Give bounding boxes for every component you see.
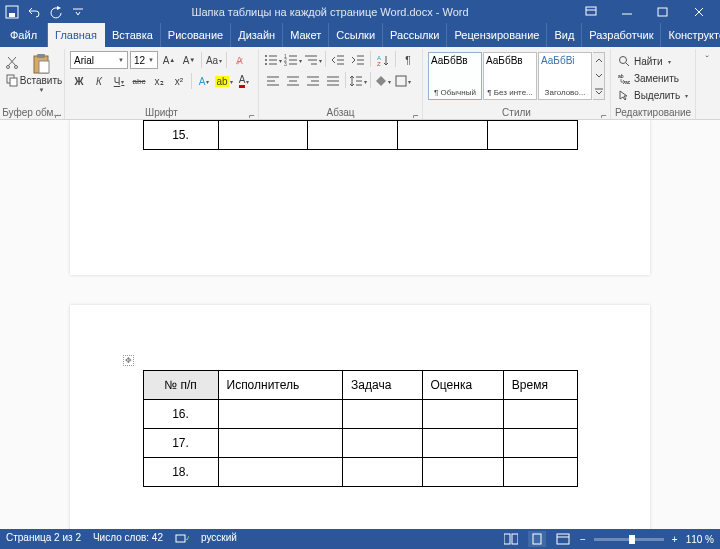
redo-icon[interactable] bbox=[48, 4, 64, 20]
highlight-icon[interactable]: ab▾ bbox=[215, 72, 233, 90]
increase-indent-icon[interactable] bbox=[349, 51, 367, 69]
style-heading1[interactable]: АаБбВі Заголово... bbox=[538, 52, 592, 100]
web-layout-icon[interactable] bbox=[554, 531, 572, 547]
underline-button[interactable]: Ч▾ bbox=[110, 72, 128, 90]
read-mode-icon[interactable] bbox=[502, 531, 520, 547]
copy-icon[interactable] bbox=[5, 73, 21, 89]
cut-icon[interactable] bbox=[5, 55, 21, 71]
table-row[interactable]: 18. bbox=[143, 458, 577, 487]
paste-button[interactable]: Вставить ▼ bbox=[23, 51, 59, 95]
svg-rect-12 bbox=[39, 61, 49, 73]
italic-button[interactable]: К bbox=[90, 72, 108, 90]
svg-point-13 bbox=[265, 55, 267, 57]
svg-rect-57 bbox=[176, 535, 185, 542]
table-header-row[interactable]: № п/п Исполнитель Задача Оценка Время bbox=[143, 371, 577, 400]
svg-rect-11 bbox=[37, 54, 45, 58]
align-center-icon[interactable] bbox=[284, 72, 302, 90]
language-indicator[interactable]: русский bbox=[201, 532, 237, 546]
group-editing: Найти▾ abacЗаменить Выделить▾ Редактиров… bbox=[611, 49, 696, 119]
dialog-launcher-icon[interactable]: ⌐ bbox=[54, 110, 62, 118]
multilevel-list-icon[interactable]: ▾ bbox=[304, 51, 322, 69]
tab-layout[interactable]: Макет bbox=[283, 23, 329, 47]
svg-rect-51 bbox=[396, 76, 406, 86]
replace-button[interactable]: abacЗаменить bbox=[616, 70, 690, 86]
print-layout-icon[interactable] bbox=[528, 531, 546, 547]
decrease-indent-icon[interactable] bbox=[329, 51, 347, 69]
svg-rect-4 bbox=[658, 8, 667, 16]
font-color-icon[interactable]: A▾ bbox=[235, 72, 253, 90]
svg-point-15 bbox=[265, 59, 267, 61]
table-row[interactable]: 17. bbox=[143, 429, 577, 458]
line-spacing-icon[interactable]: ▾ bbox=[349, 72, 367, 90]
font-size-combo[interactable]: 12▼ bbox=[130, 51, 158, 69]
customize-qat-icon[interactable] bbox=[70, 4, 86, 20]
dialog-launcher-icon[interactable]: ⌐ bbox=[600, 110, 608, 118]
table-row[interactable]: 16. bbox=[143, 400, 577, 429]
tab-design[interactable]: Дизайн bbox=[231, 23, 283, 47]
dialog-launcher-icon[interactable]: ⌐ bbox=[248, 110, 256, 118]
show-marks-icon[interactable]: ¶ bbox=[399, 51, 417, 69]
strikethrough-button[interactable]: abc bbox=[130, 72, 148, 90]
font-name-combo[interactable]: Arial▼ bbox=[70, 51, 128, 69]
grow-font-icon[interactable]: A▲ bbox=[160, 51, 178, 69]
style-normal[interactable]: АаБбВв ¶ Обычный bbox=[428, 52, 482, 100]
minimize-icon[interactable] bbox=[610, 2, 644, 22]
shrink-font-icon[interactable]: A▼ bbox=[180, 51, 198, 69]
tab-review[interactable]: Рецензирование bbox=[447, 23, 547, 47]
tab-view[interactable]: Вид bbox=[547, 23, 582, 47]
bullets-icon[interactable]: ▾ bbox=[264, 51, 282, 69]
zoom-level[interactable]: 110 % bbox=[686, 534, 714, 545]
zoom-in-icon[interactable]: + bbox=[672, 534, 678, 545]
table-anchor-icon[interactable]: ✥ bbox=[123, 355, 134, 366]
word-count[interactable]: Число слов: 42 bbox=[93, 532, 163, 546]
close-icon[interactable] bbox=[682, 2, 716, 22]
save-icon[interactable] bbox=[4, 4, 20, 20]
shading-icon[interactable]: ▾ bbox=[374, 72, 392, 90]
subscript-button[interactable]: x₂ bbox=[150, 72, 168, 90]
tab-home[interactable]: Главная bbox=[48, 23, 105, 47]
zoom-slider[interactable] bbox=[594, 538, 664, 541]
styles-more-icon[interactable] bbox=[593, 52, 605, 100]
numbering-icon[interactable]: 123▾ bbox=[284, 51, 302, 69]
quick-access-toolbar bbox=[4, 4, 86, 20]
select-button[interactable]: Выделить▾ bbox=[616, 87, 690, 103]
collapse-ribbon-icon[interactable]: ˇ bbox=[698, 51, 716, 69]
tab-references[interactable]: Ссылки bbox=[329, 23, 383, 47]
undo-icon[interactable] bbox=[26, 4, 42, 20]
style-no-spacing[interactable]: АаБбВв ¶ Без инте... bbox=[483, 52, 537, 100]
change-case-icon[interactable]: Aa▾ bbox=[205, 51, 223, 69]
maximize-icon[interactable] bbox=[646, 2, 680, 22]
tab-table-design[interactable]: Конструктор bbox=[661, 23, 720, 47]
sort-icon[interactable]: AZ bbox=[374, 51, 392, 69]
align-left-icon[interactable] bbox=[264, 72, 282, 90]
superscript-button[interactable]: x² bbox=[170, 72, 188, 90]
text-effects-icon[interactable]: A▾ bbox=[195, 72, 213, 90]
bold-button[interactable]: Ж bbox=[70, 72, 88, 90]
page-indicator[interactable]: Страница 2 из 2 bbox=[6, 532, 81, 546]
tab-mailings[interactable]: Рассылки bbox=[383, 23, 447, 47]
window-controls bbox=[574, 2, 716, 22]
svg-rect-9 bbox=[10, 78, 17, 86]
justify-icon[interactable] bbox=[324, 72, 342, 90]
zoom-out-icon[interactable]: − bbox=[580, 534, 586, 545]
find-button[interactable]: Найти▾ bbox=[616, 53, 690, 69]
document-area[interactable]: 15. ✥ № п/п Исполнитель Задача Оценка Вр… bbox=[0, 120, 720, 535]
svg-rect-59 bbox=[512, 534, 518, 544]
svg-text:Z: Z bbox=[377, 61, 381, 66]
clear-formatting-icon[interactable]: A̷ bbox=[230, 51, 248, 69]
tab-file[interactable]: Файл bbox=[0, 23, 48, 47]
borders-icon[interactable]: ▾ bbox=[394, 72, 412, 90]
tab-draw[interactable]: Рисование bbox=[161, 23, 231, 47]
svg-rect-1 bbox=[9, 13, 15, 17]
table-row[interactable]: 15. bbox=[143, 121, 577, 150]
tab-developer[interactable]: Разработчик bbox=[582, 23, 661, 47]
document-title: Шапка таблицы на каждой странице Word.do… bbox=[86, 6, 574, 18]
spellcheck-icon[interactable] bbox=[175, 532, 189, 546]
ribbon: Вставить ▼ Буфер обм...⌐ Arial▼ 12▼ A▲ A… bbox=[0, 47, 720, 120]
ribbon-options-icon[interactable] bbox=[574, 2, 608, 22]
align-right-icon[interactable] bbox=[304, 72, 322, 90]
group-clipboard: Вставить ▼ Буфер обм...⌐ bbox=[0, 49, 65, 119]
svg-text:ab: ab bbox=[618, 73, 624, 79]
tab-insert[interactable]: Вставка bbox=[105, 23, 161, 47]
dialog-launcher-icon[interactable]: ⌐ bbox=[412, 110, 420, 118]
